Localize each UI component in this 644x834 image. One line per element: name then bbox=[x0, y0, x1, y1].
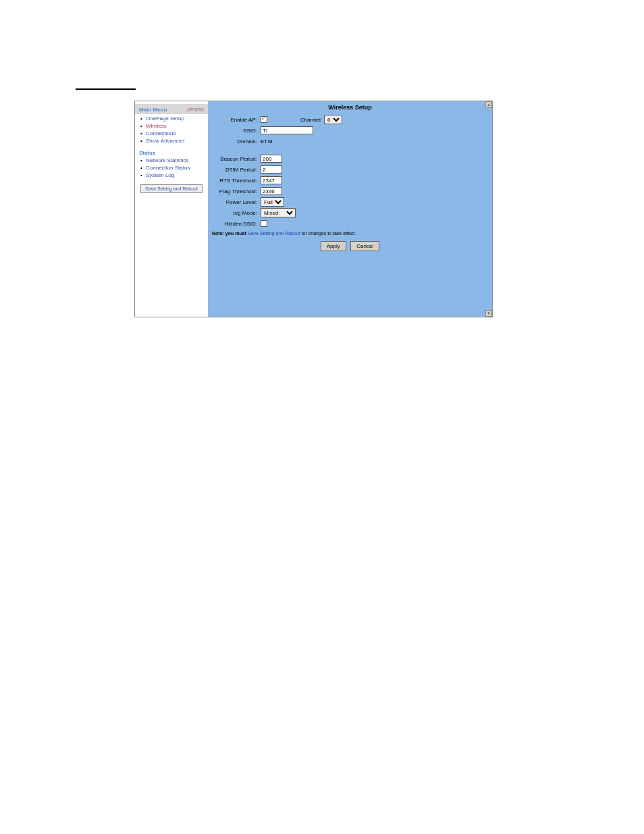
top-rule bbox=[76, 88, 136, 90]
content-panel: ▲ ▼ Wireless Setup Enable AP: Channel: 6… bbox=[208, 101, 492, 317]
apply-button[interactable]: Apply bbox=[321, 241, 346, 251]
link-connection0[interactable]: Connection0 bbox=[146, 130, 176, 136]
sidebar-item-show-advanced[interactable]: Show Advanced bbox=[146, 138, 207, 145]
row-ssid: SSID: bbox=[212, 126, 488, 135]
checkbox-enable-ap[interactable] bbox=[261, 116, 267, 123]
row-domain: Domain: ETSI bbox=[212, 136, 488, 146]
label-ssid: SSID: bbox=[212, 128, 261, 134]
sidebar-item-connection0[interactable]: Connection0 bbox=[146, 130, 207, 137]
scroll-up-icon[interactable]: ▲ bbox=[485, 101, 492, 108]
note-suffix: for changes to take effect. bbox=[300, 231, 356, 236]
status-menu-label: Status bbox=[136, 149, 158, 157]
select-channel[interactable]: 6 bbox=[324, 115, 342, 124]
input-frag-threshold[interactable] bbox=[261, 187, 282, 195]
label-domain: Domain: bbox=[212, 138, 261, 145]
sidebar: Main Menu (simple) OnePage Setup Wireles… bbox=[135, 101, 208, 317]
select-bg-mode[interactable]: Mixed bbox=[261, 208, 296, 217]
button-row: Apply Cancel bbox=[208, 237, 492, 255]
checkbox-hidden-ssid[interactable] bbox=[261, 220, 267, 227]
scroll-down-icon[interactable]: ▼ bbox=[485, 310, 492, 317]
page-title: Wireless Setup bbox=[208, 101, 492, 113]
input-ssid[interactable] bbox=[261, 126, 313, 134]
main-menu-header-row: Main Menu (simple) bbox=[135, 104, 208, 114]
label-dtim-period: DTIM Period: bbox=[212, 167, 261, 173]
value-domain: ETSI bbox=[261, 138, 273, 145]
label-rts-threshold: RTS Threshold: bbox=[212, 178, 261, 184]
label-power-level: Power Level: bbox=[212, 199, 261, 205]
row-hidden-ssid: Hidden SSID: bbox=[212, 219, 488, 228]
sidebar-item-system-log[interactable]: System Log bbox=[146, 172, 207, 179]
save-setting-reboot-button[interactable]: Save Setting and Reboot bbox=[140, 184, 203, 193]
note-prefix: Note: you must bbox=[212, 231, 248, 236]
sidebar-item-network-statistics[interactable]: Network Statistics bbox=[146, 157, 207, 164]
link-network-statistics[interactable]: Network Statistics bbox=[146, 157, 189, 163]
menu-mode[interactable]: (simple) bbox=[184, 105, 207, 113]
row-dtim-period: DTIM Period: bbox=[212, 165, 488, 174]
label-channel: Channel: bbox=[300, 117, 322, 123]
input-dtim-period[interactable] bbox=[261, 165, 282, 174]
sidebar-item-connection-status[interactable]: Connection Status bbox=[146, 165, 207, 172]
row-frag-threshold: Frag Threshold: bbox=[212, 186, 488, 196]
link-show-advanced[interactable]: Show Advanced bbox=[146, 138, 184, 144]
row-bg-mode: b/g Mode: Mixed bbox=[212, 208, 488, 217]
cancel-button[interactable]: Cancel bbox=[350, 241, 379, 251]
label-hidden-ssid: Hidden SSID: bbox=[212, 221, 261, 227]
status-menu-list: Network Statistics Connection Status Sys… bbox=[136, 157, 207, 179]
label-frag-threshold: Frag Threshold: bbox=[212, 188, 261, 194]
label-enable-ap: Enable AP: bbox=[212, 117, 261, 123]
note-link[interactable]: Save Setting and Reboot bbox=[248, 231, 300, 236]
input-rts-threshold[interactable] bbox=[261, 176, 282, 184]
link-onepage-setup[interactable]: OnePage Setup bbox=[146, 115, 184, 122]
row-beacon-period: Beacon Period: bbox=[212, 154, 488, 163]
row-enable-ap: Enable AP: Channel: 6 bbox=[212, 115, 488, 124]
wireless-form: Enable AP: Channel: 6 SSID: Domain: ETSI bbox=[208, 115, 492, 228]
main-menu-list: OnePage Setup Wireless Connection0 Show … bbox=[136, 115, 207, 145]
row-rts-threshold: RTS Threshold: bbox=[212, 176, 488, 185]
label-beacon-period: Beacon Period: bbox=[212, 156, 261, 162]
input-beacon-period[interactable] bbox=[261, 155, 282, 163]
link-wireless[interactable]: Wireless bbox=[146, 123, 167, 129]
note-row: Note: you must Save Setting and Reboot f… bbox=[208, 230, 492, 237]
row-power-level: Power Level: Full bbox=[212, 197, 488, 207]
select-power-level[interactable]: Full bbox=[261, 197, 284, 207]
sidebar-item-onepage-setup[interactable]: OnePage Setup bbox=[146, 115, 207, 122]
app-frame: Main Menu (simple) OnePage Setup Wireles… bbox=[134, 101, 493, 317]
link-connection-status[interactable]: Connection Status bbox=[146, 165, 190, 171]
sidebar-item-wireless[interactable]: Wireless bbox=[146, 123, 207, 130]
main-menu-label: Main Menu bbox=[136, 105, 169, 114]
link-system-log[interactable]: System Log bbox=[146, 172, 174, 178]
label-bg-mode: b/g Mode: bbox=[212, 210, 261, 216]
